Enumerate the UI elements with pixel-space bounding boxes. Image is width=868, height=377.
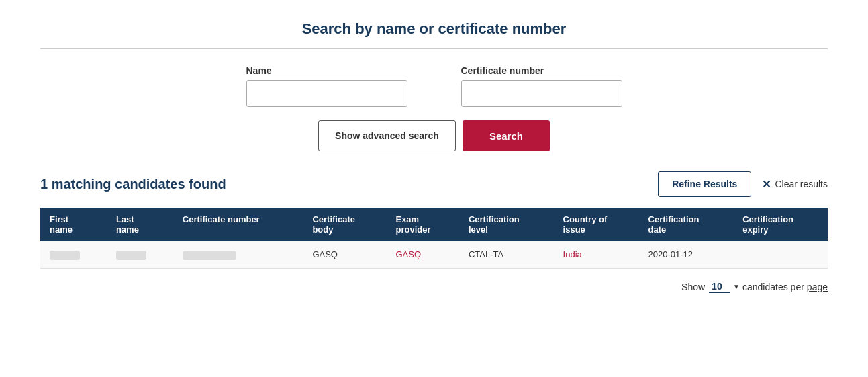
- results-count: 1 matching candidates found: [40, 177, 226, 192]
- redacted-last-name: [116, 251, 146, 260]
- page-container: Search by name or certificate number Nam…: [0, 0, 868, 320]
- search-section: Name Certificate number Show advanced se…: [40, 65, 828, 151]
- refine-results-button[interactable]: Refine Results: [658, 171, 751, 197]
- cell-country[interactable]: India: [554, 241, 639, 268]
- col-cert-number: Certificate number: [173, 208, 303, 241]
- pagination-bar: Show 10 25 50 100 ▼ candidates per page: [40, 281, 828, 293]
- table-body: GASQ GASQ CTAL-TA India 2020-01-12: [40, 241, 828, 268]
- name-input[interactable]: [246, 80, 407, 107]
- cell-first-name: [40, 241, 107, 268]
- show-label: Show: [681, 282, 705, 292]
- cell-cert-number: [173, 241, 303, 268]
- name-field-group: Name: [246, 65, 407, 107]
- col-country: Country ofissue: [554, 208, 639, 241]
- name-label: Name: [246, 65, 407, 76]
- clear-results-button[interactable]: ✕ Clear results: [762, 178, 828, 191]
- page-title: Search by name or certificate number: [40, 20, 828, 38]
- table-header: Firstname Lastname Certificate number Ce…: [40, 208, 828, 241]
- section-divider: [40, 48, 828, 49]
- col-cert-expiry: Certificationexpiry: [733, 208, 828, 241]
- chevron-down-icon: ▼: [733, 283, 740, 290]
- cell-cert-date: 2020-01-12: [639, 241, 734, 268]
- candidates-label: candidates per: [742, 282, 804, 292]
- redacted-cert-number: [183, 251, 236, 260]
- search-buttons: Show advanced search Search: [318, 120, 550, 151]
- cell-exam-provider[interactable]: GASQ: [386, 241, 459, 268]
- cert-number-label: Certificate number: [461, 65, 622, 76]
- col-cert-date: Certificationdate: [639, 208, 734, 241]
- results-table: Firstname Lastname Certificate number Ce…: [40, 208, 828, 269]
- clear-results-label: Clear results: [775, 179, 828, 190]
- clear-x-icon: ✕: [762, 178, 771, 191]
- cell-cert-level: CTAL-TA: [459, 241, 554, 268]
- col-cert-level: Certificationlevel: [459, 208, 554, 241]
- cell-cert-expiry: [733, 241, 828, 268]
- advanced-search-button[interactable]: Show advanced search: [318, 120, 456, 151]
- header-row: Firstname Lastname Certificate number Ce…: [40, 208, 828, 241]
- search-button[interactable]: Search: [463, 120, 550, 151]
- col-last-name: Lastname: [107, 208, 173, 241]
- redacted-first-name: [50, 251, 80, 260]
- results-header: 1 matching candidates found Refine Resul…: [40, 171, 828, 197]
- page-size-select[interactable]: 10 25 50 100: [709, 281, 730, 293]
- cell-last-name: [107, 241, 173, 268]
- cert-number-input[interactable]: [461, 80, 622, 107]
- cert-number-field-group: Certificate number: [461, 65, 622, 107]
- table-row: GASQ GASQ CTAL-TA India 2020-01-12: [40, 241, 828, 268]
- page-label[interactable]: page: [807, 282, 828, 292]
- search-fields: Name Certificate number: [246, 65, 622, 107]
- results-actions: Refine Results ✕ Clear results: [658, 171, 828, 197]
- col-first-name: Firstname: [40, 208, 107, 241]
- col-exam-provider: Examprovider: [386, 208, 459, 241]
- col-cert-body: Certificatebody: [303, 208, 386, 241]
- results-section: 1 matching candidates found Refine Resul…: [40, 171, 828, 293]
- cell-cert-body: GASQ: [303, 241, 386, 268]
